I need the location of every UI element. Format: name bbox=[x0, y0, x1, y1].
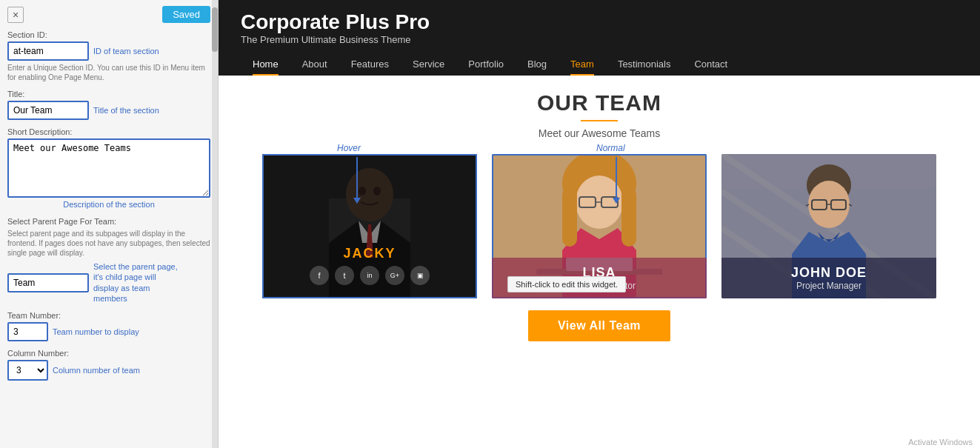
nav-item-service[interactable]: Service bbox=[401, 53, 456, 76]
site-subtitle: The Premium Ultimate Business Theme bbox=[241, 34, 958, 45]
short-desc-label: Short Description: bbox=[7, 127, 210, 136]
hover-arrow bbox=[353, 157, 361, 204]
title-hint: Title of the section bbox=[93, 106, 159, 115]
team-card-3[interactable]: JOHN DOE Project Manager bbox=[721, 154, 936, 298]
column-number-label: Column Number: bbox=[7, 349, 210, 358]
column-number-hint: Column number of team bbox=[53, 366, 140, 375]
nav-item-home[interactable]: Home bbox=[241, 53, 290, 76]
saved-button[interactable]: Saved bbox=[162, 6, 210, 23]
team-section-wrapper: Hover Normal bbox=[241, 154, 958, 298]
left-panel: × Saved Section ID: ID of team section E… bbox=[0, 0, 219, 448]
section-description: Meet our Awesome Teams bbox=[241, 127, 958, 139]
site-title: Corporate Plus Pro bbox=[241, 10, 958, 34]
column-number-group: Column Number: 3 2 4 Column number of te… bbox=[7, 349, 210, 381]
content-area: OUR TEAM Meet our Awesome Teams Hover No… bbox=[219, 76, 980, 448]
card-1-name: JACKY bbox=[343, 246, 396, 261]
right-panel: Corporate Plus Pro The Premium Ultimate … bbox=[219, 0, 980, 448]
nav-item-testimonials[interactable]: Testimonials bbox=[606, 53, 683, 76]
parent-page-input[interactable] bbox=[7, 273, 89, 292]
team-number-label: Team Number: bbox=[7, 311, 210, 320]
googleplus-icon[interactable]: G+ bbox=[385, 266, 404, 285]
nav-item-team[interactable]: Team bbox=[559, 53, 606, 76]
site-header: Corporate Plus Pro The Premium Ultimate … bbox=[219, 0, 980, 76]
view-all-button[interactable]: View All Team bbox=[528, 310, 670, 341]
nav-item-features[interactable]: Features bbox=[339, 53, 401, 76]
team-number-input[interactable] bbox=[7, 322, 48, 341]
scrollbar-track bbox=[212, 0, 218, 448]
top-bar: × Saved bbox=[7, 6, 210, 23]
instagram-icon[interactable]: ▣ bbox=[410, 266, 430, 285]
parent-page-row: Select the parent page, it's child page … bbox=[7, 261, 210, 304]
title-input[interactable] bbox=[7, 101, 89, 120]
shift-click-tooltip: Shift-click to edit this widget. bbox=[507, 276, 626, 292]
short-desc-group: Short Description: Meet our Awesome Team… bbox=[7, 127, 210, 209]
card-3-title: Project Manager bbox=[729, 281, 929, 291]
nav-item-about[interactable]: About bbox=[290, 53, 339, 76]
normal-arrow bbox=[613, 157, 620, 204]
title-row: Title of the section bbox=[7, 101, 210, 120]
parent-page-group: Select Parent Page For Team: Select pare… bbox=[7, 216, 210, 304]
title-group: Title: Title of the section bbox=[7, 90, 210, 120]
twitter-icon[interactable]: t bbox=[335, 266, 354, 285]
card-1-hover-overlay: JACKY f t in G+ ▣ bbox=[262, 154, 477, 298]
nav-item-blog[interactable]: Blog bbox=[516, 53, 559, 76]
short-desc-hint: Description of the section bbox=[7, 200, 210, 209]
scrollbar-thumb[interactable] bbox=[212, 7, 218, 52]
team-number-group: Team Number: Team number to display bbox=[7, 311, 210, 341]
column-number-select[interactable]: 3 2 4 bbox=[7, 360, 48, 381]
short-desc-textarea[interactable]: Meet our Awesome Teams bbox=[7, 138, 210, 198]
team-card-1[interactable]: JACKY f t in G+ ▣ bbox=[262, 154, 477, 298]
section-id-label: Section ID: bbox=[7, 30, 210, 39]
parent-page-note: Select parent page and its subpages will… bbox=[7, 229, 210, 258]
section-heading: OUR TEAM bbox=[241, 90, 958, 121]
section-id-note: Enter a Unique Section ID. You can use t… bbox=[7, 63, 210, 82]
orange-divider bbox=[581, 120, 618, 121]
nav-bar: Home About Features Service Portfolio Bl… bbox=[241, 53, 958, 76]
activate-windows-watermark: Activate Windows bbox=[908, 438, 973, 447]
team-number-hint: Team number to display bbox=[53, 327, 139, 336]
facebook-icon[interactable]: f bbox=[310, 266, 329, 285]
section-id-row: ID of team section bbox=[7, 41, 210, 61]
section-id-hint: ID of team section bbox=[93, 47, 159, 56]
nav-item-contact[interactable]: Contact bbox=[682, 53, 739, 76]
hover-label: Hover bbox=[337, 143, 361, 153]
parent-page-hint: Select the parent page, it's child page … bbox=[93, 261, 182, 304]
section-title: OUR TEAM bbox=[241, 90, 958, 116]
linkedin-icon[interactable]: in bbox=[360, 266, 379, 285]
section-id-input[interactable] bbox=[7, 41, 89, 61]
column-number-row: 3 2 4 Column number of team bbox=[7, 360, 210, 381]
section-id-group: Section ID: ID of team section Enter a U… bbox=[7, 30, 210, 82]
normal-label: Normal bbox=[596, 143, 625, 153]
nav-item-portfolio[interactable]: Portfolio bbox=[456, 53, 516, 76]
card-3-overlay: JOHN DOE Project Manager bbox=[721, 258, 936, 298]
card-1-social: f t in G+ ▣ bbox=[310, 266, 430, 285]
close-button[interactable]: × bbox=[7, 7, 24, 23]
card-3-name: JOHN DOE bbox=[729, 265, 929, 281]
title-label: Title: bbox=[7, 90, 210, 98]
parent-page-label: Select Parent Page For Team: bbox=[7, 217, 116, 226]
team-number-row: Team number to display bbox=[7, 322, 210, 341]
